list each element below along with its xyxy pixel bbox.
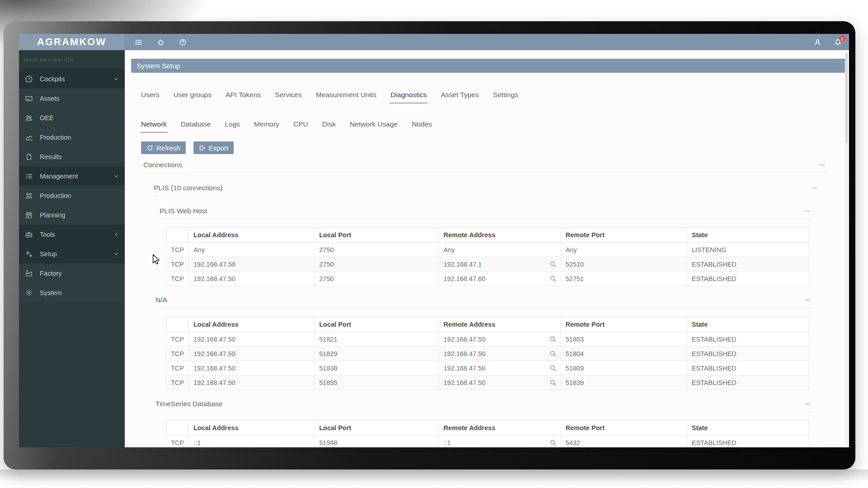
main-tab[interactable]: API Tokens bbox=[226, 91, 261, 103]
sub-tab[interactable]: Database bbox=[181, 120, 211, 132]
diagnostics-sub-tab-bar: Network Database Logs Memory bbox=[141, 120, 432, 132]
help-icon[interactable] bbox=[179, 38, 187, 46]
sidebar-item[interactable]: Results bbox=[19, 147, 125, 166]
collapse-icon[interactable] bbox=[811, 188, 817, 188]
column-header: Local Port bbox=[315, 228, 439, 243]
line-chart-icon bbox=[25, 133, 33, 141]
main-tab[interactable]: Asset Types bbox=[441, 91, 479, 103]
sidebar-item[interactable]: OEE bbox=[19, 108, 125, 127]
remote-port-cell: 5432 bbox=[561, 436, 687, 448]
main-content: System Setup Users User groups API Token… bbox=[125, 50, 849, 447]
sidebar-item[interactable]: Setup bbox=[19, 244, 125, 263]
sidebar-item[interactable]: Assets bbox=[19, 89, 125, 108]
remote-port-cell: 52751 bbox=[561, 272, 687, 286]
column-header: Local Port bbox=[315, 421, 439, 436]
column-header: Remote Address bbox=[439, 228, 561, 243]
sub-tab[interactable]: Logs bbox=[225, 120, 240, 132]
search-icon[interactable] bbox=[549, 439, 557, 446]
export-icon bbox=[199, 145, 206, 151]
state-cell: ESTABLISHED bbox=[687, 272, 809, 286]
sidebar-item[interactable]: Planning bbox=[19, 205, 125, 225]
sidebar-item-label: System bbox=[40, 289, 61, 296]
main-tab[interactable]: Users bbox=[141, 91, 159, 103]
main-tab-bar: Users User groups API Tokens Services bbox=[141, 91, 518, 103]
plis-group-header[interactable]: PLIS (10 connections) bbox=[154, 184, 821, 196]
state-cell: ESTABLISHED bbox=[687, 436, 809, 448]
connections-header[interactable]: Connections bbox=[143, 161, 828, 173]
sidebar-item[interactable]: Management bbox=[19, 166, 125, 186]
timeseries-database-header[interactable]: TimeSeries Database bbox=[156, 400, 814, 412]
remote-port-cell: 52510 bbox=[561, 257, 687, 272]
state-cell: ESTABLISHED bbox=[687, 257, 809, 272]
protocol-cell: TCP bbox=[166, 257, 189, 272]
remote-address-cell: 192.168.47.50 bbox=[439, 361, 561, 375]
search-icon[interactable] bbox=[549, 335, 557, 343]
local-port-cell: 2750 bbox=[315, 257, 439, 272]
collapse-icon[interactable] bbox=[804, 300, 810, 300]
plis-web-host-header[interactable]: PLIS Web Host bbox=[160, 207, 814, 219]
sub-tab[interactable]: CPU bbox=[293, 120, 308, 132]
section-plis-group: PLIS (10 connections) bbox=[154, 184, 821, 196]
column-header: Remote Port bbox=[561, 228, 687, 243]
sidebar-item[interactable]: System bbox=[19, 283, 125, 302]
sidebar-item-label: OEE bbox=[40, 114, 54, 122]
collapse-icon[interactable] bbox=[804, 404, 810, 404]
na-header[interactable]: N/A bbox=[156, 296, 814, 308]
search-icon[interactable] bbox=[549, 350, 557, 357]
export-button[interactable]: Export bbox=[193, 141, 234, 154]
column-header: Local Address bbox=[189, 228, 315, 243]
main-tab[interactable]: Settings bbox=[493, 91, 518, 103]
main-tab[interactable]: Services bbox=[275, 91, 302, 103]
sidebar-item[interactable]: Production bbox=[19, 127, 125, 147]
remote-address-cell: Any bbox=[439, 243, 561, 257]
column-header bbox=[166, 421, 189, 436]
sub-tab[interactable]: Network bbox=[141, 120, 167, 132]
state-cell: LISTENING bbox=[687, 243, 809, 257]
sidebar-item[interactable]: Production bbox=[19, 186, 125, 205]
column-header: Remote Address bbox=[439, 317, 561, 332]
search-icon[interactable] bbox=[549, 364, 557, 372]
protocol-cell: TCP bbox=[166, 436, 189, 448]
column-header: Remote Port bbox=[561, 317, 687, 332]
connection-row: TCP 192.168.47.50 51838 192.168.47.50 51… bbox=[166, 361, 809, 375]
timeseries-database-table: Local AddressLocal PortRemote AddressRem… bbox=[166, 420, 809, 447]
search-icon[interactable] bbox=[549, 275, 557, 282]
sub-tab[interactable]: Nodes bbox=[412, 120, 432, 132]
main-tab[interactable]: Measurement Units bbox=[316, 91, 376, 103]
search-icon[interactable] bbox=[549, 379, 557, 386]
scrollbar-thumb[interactable] bbox=[845, 53, 848, 143]
menu-icon[interactable] bbox=[134, 38, 142, 46]
column-header: Local Address bbox=[189, 317, 315, 332]
document-icon bbox=[25, 153, 33, 161]
local-port-cell: 51948 bbox=[315, 436, 439, 448]
sub-tab[interactable]: Disk bbox=[322, 120, 336, 132]
main-tab[interactable]: Diagnostics bbox=[391, 91, 427, 103]
topbar-left-icons bbox=[134, 34, 187, 50]
state-cell: ESTABLISHED bbox=[687, 332, 809, 347]
bell-icon[interactable]: 1 bbox=[834, 38, 842, 46]
vertical-scrollbar[interactable] bbox=[845, 52, 848, 446]
home-icon[interactable] bbox=[156, 38, 165, 46]
top-header-bar: AGRAMKOW bbox=[19, 34, 849, 50]
local-port-cell: 51821 bbox=[315, 332, 439, 347]
user-icon[interactable] bbox=[813, 38, 821, 46]
sidebar-item[interactable]: Tools bbox=[19, 225, 125, 244]
sidebar-item[interactable]: Factory bbox=[19, 263, 125, 283]
sub-tab[interactable]: Network Usage bbox=[350, 120, 398, 132]
main-tab[interactable]: User groups bbox=[173, 91, 211, 103]
protocol-cell: TCP bbox=[166, 375, 189, 390]
column-header: Local Port bbox=[315, 317, 439, 332]
sub-tab[interactable]: Memory bbox=[254, 120, 279, 132]
sidebar-item[interactable]: Cockpits bbox=[19, 69, 125, 89]
remote-port-cell: 51804 bbox=[561, 347, 687, 361]
collapse-icon[interactable] bbox=[819, 164, 825, 165]
sidebar-item-label: Results bbox=[40, 153, 61, 160]
local-address-cell: 192.168.47.50 bbox=[189, 272, 315, 286]
refresh-button[interactable]: Refresh bbox=[141, 141, 186, 154]
section-na: N/A bbox=[156, 296, 814, 308]
collapse-icon[interactable] bbox=[804, 211, 810, 211]
local-port-cell: 2750 bbox=[315, 272, 439, 286]
local-address-cell: 192.168.47.50 bbox=[189, 347, 315, 361]
search-icon[interactable] bbox=[549, 260, 557, 268]
connection-row: TCP 192.168.47.50 51855 192.168.47.50 51… bbox=[166, 375, 809, 390]
